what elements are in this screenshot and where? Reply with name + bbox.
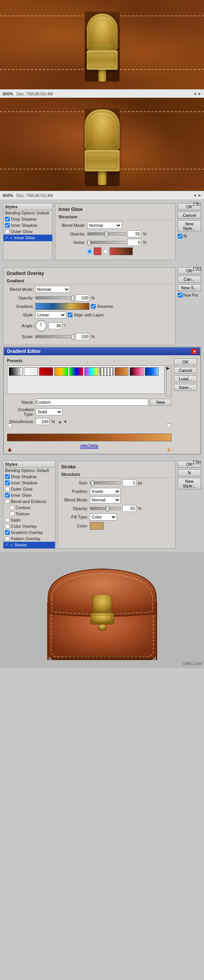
radio-color-19c[interactable]	[87, 249, 92, 254]
color-overlay-chk-19e[interactable]	[5, 524, 10, 529]
contour-19e[interactable]: Contour	[3, 505, 55, 511]
preset-5[interactable]	[69, 367, 83, 376]
inner-glow-item-19c[interactable]: ✓ Inner Glow	[3, 235, 52, 241]
new-style-btn-19d[interactable]: New S...	[178, 284, 201, 291]
new-style-btn-19c[interactable]: New Style...	[178, 220, 201, 232]
gradient-overlay-19e[interactable]: Gradient Overlay	[3, 529, 55, 536]
position-select-19e[interactable]: Inside	[90, 488, 121, 495]
noise-label-19c: Noise:	[58, 240, 86, 245]
drop-shadow-item-19c[interactable]: Drop Shadow	[3, 216, 52, 222]
opacity-slider-19e[interactable]	[90, 507, 121, 510]
satin-chk-19e[interactable]	[5, 518, 10, 522]
drop-shadow-check-19c[interactable]	[5, 217, 10, 221]
editor-load-btn-19d[interactable]: Load...	[174, 375, 197, 382]
inner-shadow-check-19c[interactable]	[5, 223, 10, 228]
preset-2[interactable]	[24, 367, 38, 376]
texture-chk-19e[interactable]	[10, 512, 14, 516]
stroke-color-swatch-19e[interactable]	[90, 522, 104, 530]
preset-6[interactable]	[84, 367, 98, 376]
inner-shadow-item-19c[interactable]: Inner Shadow	[3, 222, 52, 228]
stroke-dialog-row-19e: Styles Blending Options: Default Drop Sh…	[3, 461, 201, 549]
color-swatch-19c[interactable]	[94, 247, 101, 255]
cancel-btn-19d[interactable]: Can...	[178, 276, 201, 283]
drop-shadow-19e[interactable]: Drop Shadow	[3, 474, 55, 480]
new-style-btn-19e[interactable]: New Style...	[178, 478, 201, 489]
bevel-chk-19e[interactable]	[5, 499, 10, 504]
opacity-stop-right-19d[interactable]	[167, 423, 171, 427]
fill-type-select-19e[interactable]: Color	[90, 513, 117, 520]
inner-shadow-19e[interactable]: Inner Shadow	[3, 480, 55, 486]
preset-1[interactable]	[9, 367, 23, 376]
pattern-overlay-19e[interactable]: Pattern Overlay	[3, 536, 55, 542]
radio-gradient-19c[interactable]	[103, 249, 108, 254]
outer-glow-item-19c[interactable]: Outer Glow	[3, 228, 52, 235]
new-btn-19d[interactable]: New	[150, 399, 171, 406]
gradient-overlay-chk-19e[interactable]	[5, 530, 10, 535]
blending-options-19e[interactable]: Blending Options: Default	[3, 468, 55, 474]
preset-7[interactable]	[99, 367, 113, 376]
satin-19e[interactable]: Satin	[3, 517, 55, 523]
editor-save-btn-19d[interactable]: Save...	[174, 384, 197, 391]
align-check-19d[interactable]	[68, 313, 72, 317]
texture-19e[interactable]: Texture	[3, 511, 55, 517]
preview-check-19c[interactable]	[178, 234, 182, 239]
stroke-item-19e[interactable]: ✓ Stroke	[3, 542, 55, 548]
noise-slider-19c[interactable]	[87, 241, 126, 244]
n-btn-19e[interactable]: N	[178, 469, 201, 476]
noise-input-19c[interactable]	[127, 239, 141, 246]
scale-input-19d[interactable]	[75, 333, 89, 340]
leather-texture-19b	[0, 98, 204, 191]
preset-9[interactable]	[130, 367, 144, 376]
section-19c: 19c Styles Blending Options: Default Dro…	[0, 199, 204, 264]
close-btn-19d[interactable]: ✕	[192, 349, 197, 354]
stroke-panel-19e: Stroke Structure Size: px Position: In	[58, 461, 175, 549]
outer-glow-check-19c[interactable]	[5, 229, 10, 234]
preset-8[interactable]	[115, 367, 129, 376]
smoothness-down-19d[interactable]: ▼	[63, 420, 67, 424]
style-select-19d[interactable]: Linear	[35, 311, 66, 318]
presets-expand-btn-19d[interactable]: ▶	[166, 365, 171, 396]
editor-cancel-btn-19d[interactable]: Cancel	[174, 367, 197, 374]
opacity-input-19c[interactable]	[127, 230, 141, 237]
gradient-type-select-19d[interactable]: Solid	[36, 408, 63, 415]
smoothness-up-19d[interactable]: ▲	[58, 420, 62, 424]
opacity-slider-19d[interactable]	[35, 296, 74, 299]
outer-glow-label-19c: Outer Glow	[11, 229, 33, 234]
smoothness-input-19d[interactable]	[36, 418, 50, 425]
preset-4[interactable]	[54, 367, 68, 376]
angle-wheel-19d[interactable]	[35, 320, 47, 332]
angle-input-19d[interactable]	[48, 322, 62, 329]
color-overlay-19e[interactable]: Color Overlay	[3, 523, 55, 529]
inner-glow-19e[interactable]: Inner Glow	[3, 492, 55, 498]
preview-check-19d[interactable]	[178, 293, 182, 297]
opacity-slider-19c[interactable]	[87, 232, 126, 235]
bevel-emboss-19e[interactable]: Bevel and Emboss	[3, 498, 55, 505]
blend-mode-select-19c[interactable]: Normal	[87, 222, 122, 229]
opacity-input-19d[interactable]	[75, 294, 89, 301]
preset-10[interactable]	[145, 367, 159, 376]
pattern-overlay-chk-19e[interactable]	[5, 536, 10, 541]
outer-glow-chk-19e[interactable]	[5, 487, 10, 491]
opacity-stop-left-19d[interactable]	[8, 423, 12, 427]
reverse-check-19d[interactable]	[91, 304, 96, 309]
gradient-preview-19c[interactable]	[110, 247, 133, 255]
inner-shadow-chk-19e[interactable]	[5, 480, 10, 485]
cancel-btn-19c[interactable]: Cancel	[178, 212, 201, 219]
outer-glow-19e[interactable]: Outer Glow	[3, 486, 55, 492]
blending-options-19c[interactable]: Blending Options: Default	[3, 210, 52, 216]
contour-chk-19e[interactable]	[10, 505, 14, 510]
gradient-strip-19d[interactable]	[7, 434, 171, 441]
size-slider-19e[interactable]	[90, 481, 121, 484]
size-input-19e[interactable]	[122, 479, 136, 486]
blend-mode-select-19e[interactable]: Normal	[90, 496, 121, 503]
preset-3[interactable]	[39, 367, 53, 376]
editor-left-19d: Presets	[7, 358, 171, 451]
inner-glow-chk-19e[interactable]	[5, 493, 10, 498]
drop-shadow-chk-19e[interactable]	[5, 474, 10, 479]
gradient-bar-19d[interactable]	[35, 303, 89, 310]
scale-slider-19d[interactable]	[35, 335, 74, 338]
editor-ok-btn-19d[interactable]: OK	[174, 358, 197, 365]
blend-mode-select-19d[interactable]: Normal	[35, 286, 70, 293]
name-input-19d[interactable]	[36, 399, 148, 406]
opacity-input-19e[interactable]	[122, 505, 136, 512]
